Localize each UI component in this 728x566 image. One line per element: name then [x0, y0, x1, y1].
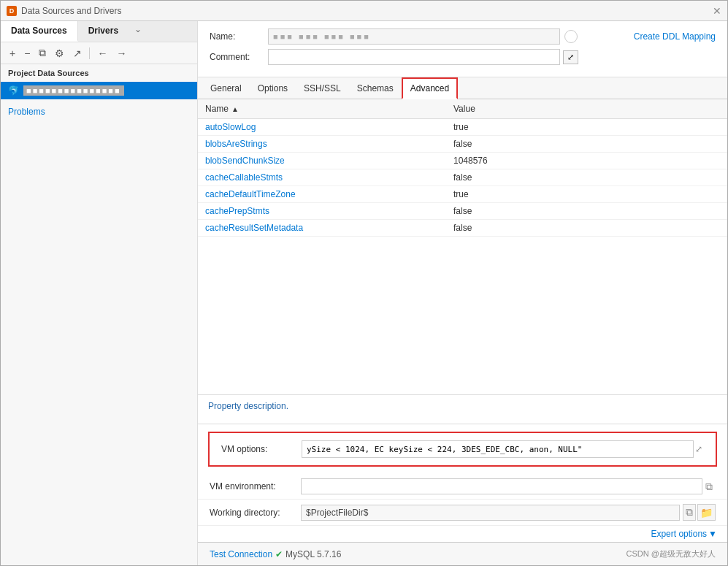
vm-env-input[interactable] — [301, 478, 702, 494]
bottom-bar: Test Connection ✔ MySQL 5.7.16 CSDN @超级无… — [198, 542, 727, 565]
table-header: Name ▲ Value — [198, 99, 727, 119]
property-description: Property description. — [198, 395, 727, 424]
window-title: Data Sources and Drivers — [21, 6, 121, 16]
vm-options-expand-button[interactable]: ⤢ — [694, 443, 704, 456]
name-input[interactable]: ■■■ ■■■ ■■■ ■■■ — [268, 28, 560, 45]
test-connection-link[interactable]: Test Connection — [210, 549, 272, 559]
comment-expand-button[interactable]: ⤢ — [563, 50, 578, 64]
vm-env-row: VM environment: ⧉ — [198, 474, 727, 500]
working-dir-browse-icon[interactable]: 📁 — [697, 504, 716, 521]
table-row[interactable]: cacheResultSetMetadata false — [198, 220, 727, 237]
working-dir-icons: ⧉ 📁 — [683, 504, 716, 521]
prop-name-cacheResultSetMetadata: cacheResultSetMetadata — [198, 220, 446, 236]
comment-row: Comment: ⤢ — [210, 49, 716, 65]
prop-value-autoSlowLog: true — [446, 119, 727, 135]
table-row[interactable]: blobsAreStrings false — [198, 136, 727, 153]
title-bar-left: D Data Sources and Drivers — [7, 6, 121, 16]
forward-button[interactable]: → — [113, 46, 129, 61]
sidebar-expand-icon[interactable]: ⌄ — [129, 21, 147, 42]
db-version: MySQL 5.7.16 — [286, 549, 341, 559]
tabs-bar: General Options SSH/SSL Schemas Advanced — [198, 77, 727, 99]
project-data-sources-title: Project Data Sources — [1, 64, 197, 82]
main-area: Data Sources Drivers ⌄ + − ⧉ ⚙ ↗ ← → Pro… — [1, 21, 727, 565]
table-row[interactable]: cachePrepStmts false — [198, 203, 727, 220]
prop-name-cacheDefaultTimeZone: cacheDefaultTimeZone — [198, 186, 446, 202]
selected-datasource-item[interactable]: 🐬 ■■■■■■■■■■■■■■■ — [1, 82, 197, 99]
prop-name-blobSendChunkSize: blobSendChunkSize — [198, 153, 446, 169]
table-row[interactable]: blobSendChunkSize 1048576 — [198, 153, 727, 169]
tab-datasources[interactable]: Data Sources — [1, 21, 78, 42]
prop-value-cacheDefaultTimeZone: true — [446, 186, 727, 202]
vm-options-section: VM options: ⤢ — [208, 432, 717, 467]
back-button[interactable]: ← — [94, 46, 110, 61]
prop-value-blobSendChunkSize: 1048576 — [446, 153, 727, 169]
app-icon: D — [7, 6, 17, 16]
expert-options-row: Expert options ▼ — [198, 526, 727, 542]
export-button[interactable]: ↗ — [70, 46, 85, 61]
vm-env-label: VM environment: — [210, 481, 301, 492]
comment-input[interactable] — [268, 49, 560, 65]
datasource-icon: 🐬 — [8, 85, 19, 96]
name-status-circle — [564, 30, 578, 43]
tab-drivers[interactable]: Drivers — [78, 21, 129, 42]
col-name-header: Name ▲ — [198, 102, 446, 115]
config-button[interactable]: ⚙ — [52, 46, 67, 61]
tab-schemas[interactable]: Schemas — [349, 78, 402, 99]
properties-table: Name ▲ Value autoSlowLog true blobsAreSt… — [198, 99, 727, 395]
working-dir-input[interactable] — [301, 505, 680, 521]
vm-options-label: VM options: — [221, 444, 302, 454]
expert-options-arrow-icon: ▼ — [708, 529, 717, 539]
property-description-text: Property description. — [208, 401, 288, 411]
bottom-right-info: CSDN @超级无敌大好人 — [627, 548, 716, 559]
tab-general[interactable]: General — [202, 78, 250, 99]
expert-options-label: Expert options — [651, 529, 707, 539]
remove-button[interactable]: − — [21, 46, 33, 61]
copy-button[interactable]: ⧉ — [36, 45, 49, 61]
prop-value-cacheResultSetMetadata: false — [446, 220, 727, 236]
name-row: Name: ■■■ ■■■ ■■■ ■■■ Create DDL Mapping — [210, 28, 716, 45]
comment-label: Comment: — [210, 52, 268, 62]
problems-link[interactable]: Problems — [8, 107, 45, 117]
prop-name-autoSlowLog: autoSlowLog — [198, 119, 446, 135]
working-dir-row: Working directory: ⧉ 📁 — [198, 500, 727, 526]
prop-name-cacheCallableStmts: cacheCallableStmts — [198, 169, 446, 186]
tab-advanced[interactable]: Advanced — [402, 77, 458, 99]
connection-status-icon: ✔ — [275, 549, 283, 559]
tab-ssh-ssl[interactable]: SSH/SSL — [296, 78, 349, 99]
add-button[interactable]: + — [7, 46, 18, 61]
right-panel: Name: ■■■ ■■■ ■■■ ■■■ Create DDL Mapping… — [198, 21, 727, 565]
prop-name-blobsAreStrings: blobsAreStrings — [198, 136, 446, 152]
vm-options-row: VM options: ⤢ — [221, 440, 704, 458]
prop-value-cachePrepStmts: false — [446, 203, 727, 219]
table-row[interactable]: autoSlowLog true — [198, 119, 727, 136]
expert-options-link[interactable]: Expert options ▼ — [651, 529, 717, 539]
main-window: D Data Sources and Drivers ✕ Data Source… — [0, 0, 728, 566]
table-row[interactable]: cacheCallableStmts false — [198, 169, 727, 186]
working-dir-label: Working directory: — [210, 508, 301, 518]
name-label: Name: — [210, 31, 268, 42]
create-ddl-link[interactable]: Create DDL Mapping — [619, 31, 716, 42]
prop-value-blobsAreStrings: false — [446, 136, 727, 152]
prop-value-cacheCallableStmts: false — [446, 169, 727, 186]
tab-options[interactable]: Options — [250, 78, 296, 99]
close-icon[interactable]: ✕ — [713, 5, 721, 17]
col-value-header: Value — [446, 102, 727, 115]
table-row[interactable]: cacheDefaultTimeZone true — [198, 186, 727, 203]
working-dir-copy-icon[interactable]: ⧉ — [683, 504, 696, 521]
title-bar: D Data Sources and Drivers ✕ — [1, 1, 727, 21]
sidebar-toolbar: + − ⧉ ⚙ ↗ ← → — [1, 42, 197, 64]
prop-name-cachePrepStmts: cachePrepStmts — [198, 203, 446, 219]
sidebar-tabs: Data Sources Drivers ⌄ — [1, 21, 197, 42]
problems-section: Problems — [1, 99, 197, 124]
vm-options-input[interactable] — [302, 440, 694, 458]
sort-arrow-icon: ▲ — [231, 105, 239, 113]
sidebar: Data Sources Drivers ⌄ + − ⧉ ⚙ ↗ ← → Pro… — [1, 21, 198, 565]
toolbar-separator — [89, 47, 90, 59]
datasource-label: ■■■■■■■■■■■■■■■ — [23, 85, 124, 96]
name-comment-section: Name: ■■■ ■■■ ■■■ ■■■ Create DDL Mapping… — [198, 21, 727, 77]
vm-env-icon[interactable]: ⧉ — [705, 481, 713, 493]
test-connection-section: Test Connection ✔ MySQL 5.7.16 — [210, 549, 341, 559]
